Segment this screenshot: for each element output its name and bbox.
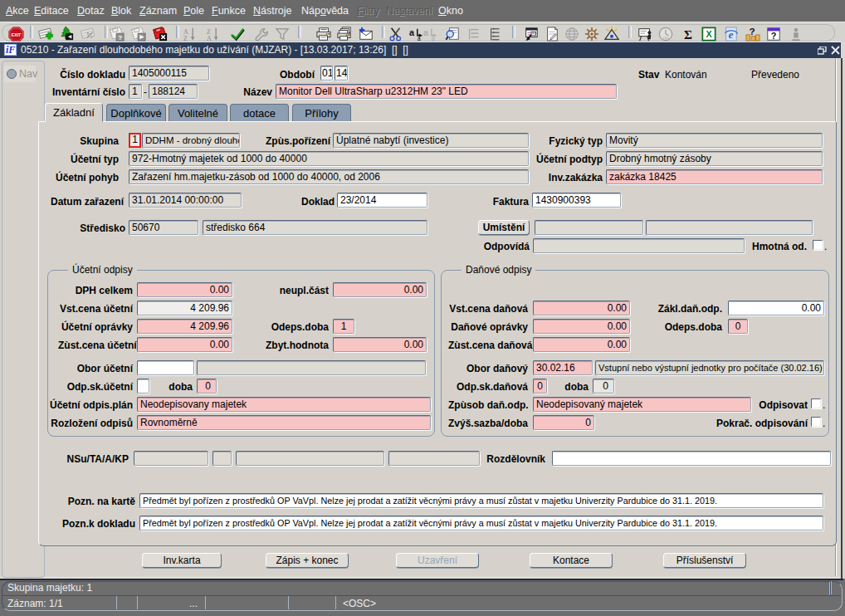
svg-text:a: a xyxy=(423,27,429,37)
svg-text:Σ: Σ xyxy=(684,27,692,42)
svg-text:A: A xyxy=(183,28,188,36)
svg-text:e: e xyxy=(728,28,733,41)
svg-text:iF: iF xyxy=(6,44,15,56)
svg-text:a: a xyxy=(409,27,415,37)
svg-text:a: a xyxy=(432,35,435,42)
svg-text:X: X xyxy=(706,29,712,39)
svg-text:a: a xyxy=(418,35,421,42)
svg-text:?: ? xyxy=(771,31,777,41)
svg-text:Z: Z xyxy=(207,28,211,36)
svg-text:EXIT: EXIT xyxy=(12,32,22,37)
svg-text:Z: Z xyxy=(183,35,188,42)
svg-text:1315: 1315 xyxy=(663,37,669,40)
svg-text:A: A xyxy=(207,35,212,42)
svg-text:?: ? xyxy=(118,34,122,42)
